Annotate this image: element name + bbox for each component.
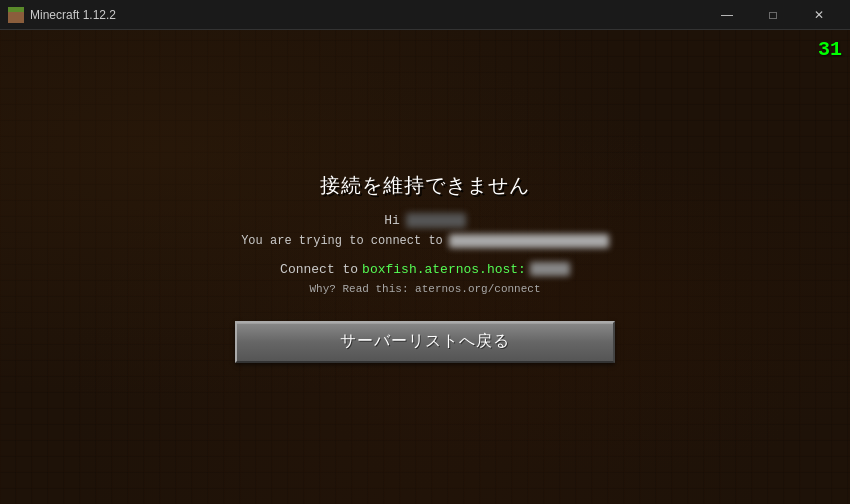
dialog-body: Hi You are trying to connect to Connect … — [215, 213, 635, 295]
username-redacted — [406, 213, 466, 228]
titlebar-left: Minecraft 1.12.2 — [8, 7, 116, 23]
fps-counter: 31 — [818, 38, 842, 61]
dialog-title: 接続を維持できません — [320, 172, 530, 199]
minimize-button[interactable]: — — [704, 0, 750, 30]
maximize-button[interactable]: □ — [750, 0, 796, 30]
trying-line: You are trying to connect to — [241, 234, 609, 248]
close-button[interactable]: ✕ — [796, 0, 842, 30]
connect-line: Connect to boxfish.aternos.host: — [280, 262, 570, 277]
back-to-server-list-button[interactable]: サーバーリストへ戻る — [235, 321, 615, 363]
titlebar-title: Minecraft 1.12.2 — [30, 8, 116, 22]
port-redacted — [530, 262, 570, 276]
minecraft-icon — [8, 7, 24, 23]
titlebar: Minecraft 1.12.2 — □ ✕ — [0, 0, 850, 30]
server-address-redacted — [449, 234, 609, 248]
titlebar-controls: — □ ✕ — [704, 0, 842, 30]
dialog: 接続を維持できません Hi You are trying to connect … — [215, 172, 635, 363]
connect-host: boxfish.aternos.host: — [362, 262, 526, 277]
trying-prefix: You are trying to connect to — [241, 234, 443, 248]
hi-prefix: Hi — [384, 213, 400, 228]
app-icon — [8, 7, 24, 23]
connect-prefix: Connect to — [280, 262, 358, 277]
why-line: Why? Read this: aternos.org/connect — [309, 283, 540, 295]
main-content: 接続を維持できません Hi You are trying to connect … — [0, 30, 850, 504]
hi-line: Hi — [384, 213, 466, 228]
